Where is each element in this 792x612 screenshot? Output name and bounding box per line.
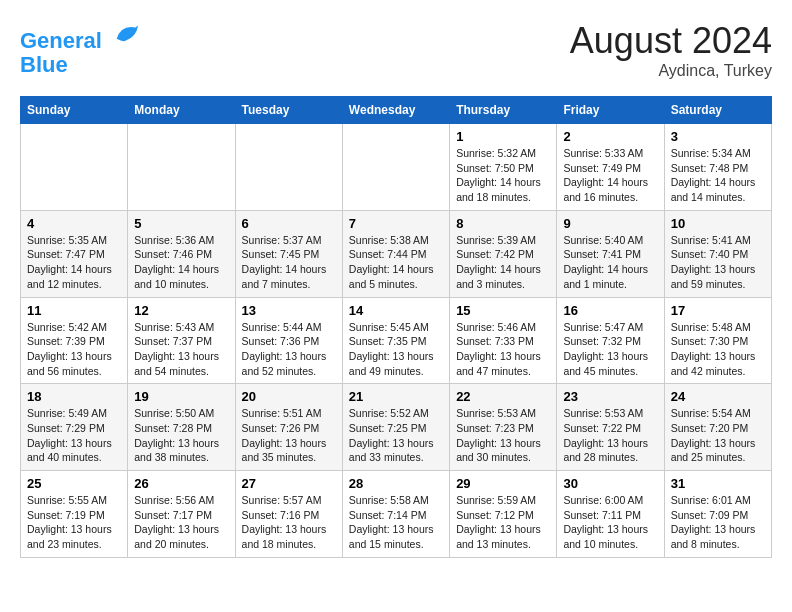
day-info: Sunrise: 5:34 AMSunset: 7:48 PMDaylight:… bbox=[671, 146, 765, 205]
day-number: 16 bbox=[563, 303, 657, 318]
sub-title: Aydinca, Turkey bbox=[570, 62, 772, 80]
calendar-cell: 12Sunrise: 5:43 AMSunset: 7:37 PMDayligh… bbox=[128, 297, 235, 384]
day-info: Sunrise: 5:42 AMSunset: 7:39 PMDaylight:… bbox=[27, 320, 121, 379]
day-info: Sunrise: 5:35 AMSunset: 7:47 PMDaylight:… bbox=[27, 233, 121, 292]
day-number: 17 bbox=[671, 303, 765, 318]
calendar-title-block: August 2024 Aydinca, Turkey bbox=[570, 20, 772, 80]
page-header: General Blue August 2024 Aydinca, Turkey bbox=[20, 20, 772, 80]
day-number: 7 bbox=[349, 216, 443, 231]
day-number: 11 bbox=[27, 303, 121, 318]
calendar-cell bbox=[342, 124, 449, 211]
day-number: 19 bbox=[134, 389, 228, 404]
day-info: Sunrise: 5:43 AMSunset: 7:37 PMDaylight:… bbox=[134, 320, 228, 379]
calendar-cell: 29Sunrise: 5:59 AMSunset: 7:12 PMDayligh… bbox=[450, 471, 557, 558]
day-info: Sunrise: 5:39 AMSunset: 7:42 PMDaylight:… bbox=[456, 233, 550, 292]
day-info: Sunrise: 5:37 AMSunset: 7:45 PMDaylight:… bbox=[242, 233, 336, 292]
day-info: Sunrise: 5:45 AMSunset: 7:35 PMDaylight:… bbox=[349, 320, 443, 379]
calendar-cell: 6Sunrise: 5:37 AMSunset: 7:45 PMDaylight… bbox=[235, 210, 342, 297]
day-header-monday: Monday bbox=[128, 97, 235, 124]
calendar-table: SundayMondayTuesdayWednesdayThursdayFrid… bbox=[20, 96, 772, 558]
day-number: 31 bbox=[671, 476, 765, 491]
calendar-cell: 13Sunrise: 5:44 AMSunset: 7:36 PMDayligh… bbox=[235, 297, 342, 384]
day-number: 3 bbox=[671, 129, 765, 144]
day-info: Sunrise: 5:56 AMSunset: 7:17 PMDaylight:… bbox=[134, 493, 228, 552]
day-info: Sunrise: 5:49 AMSunset: 7:29 PMDaylight:… bbox=[27, 406, 121, 465]
day-number: 29 bbox=[456, 476, 550, 491]
main-title: August 2024 bbox=[570, 20, 772, 62]
logo-blue: Blue bbox=[20, 52, 68, 77]
calendar-header: SundayMondayTuesdayWednesdayThursdayFrid… bbox=[21, 97, 772, 124]
calendar-cell: 23Sunrise: 5:53 AMSunset: 7:22 PMDayligh… bbox=[557, 384, 664, 471]
day-info: Sunrise: 5:33 AMSunset: 7:49 PMDaylight:… bbox=[563, 146, 657, 205]
day-number: 15 bbox=[456, 303, 550, 318]
day-header-saturday: Saturday bbox=[664, 97, 771, 124]
day-number: 26 bbox=[134, 476, 228, 491]
day-number: 14 bbox=[349, 303, 443, 318]
day-info: Sunrise: 5:50 AMSunset: 7:28 PMDaylight:… bbox=[134, 406, 228, 465]
day-info: Sunrise: 5:41 AMSunset: 7:40 PMDaylight:… bbox=[671, 233, 765, 292]
logo-general: General bbox=[20, 28, 102, 53]
day-number: 5 bbox=[134, 216, 228, 231]
calendar-week-row: 4Sunrise: 5:35 AMSunset: 7:47 PMDaylight… bbox=[21, 210, 772, 297]
calendar-cell: 5Sunrise: 5:36 AMSunset: 7:46 PMDaylight… bbox=[128, 210, 235, 297]
day-info: Sunrise: 5:52 AMSunset: 7:25 PMDaylight:… bbox=[349, 406, 443, 465]
day-info: Sunrise: 5:53 AMSunset: 7:22 PMDaylight:… bbox=[563, 406, 657, 465]
day-header-sunday: Sunday bbox=[21, 97, 128, 124]
day-header-wednesday: Wednesday bbox=[342, 97, 449, 124]
day-number: 12 bbox=[134, 303, 228, 318]
day-number: 23 bbox=[563, 389, 657, 404]
calendar-cell: 3Sunrise: 5:34 AMSunset: 7:48 PMDaylight… bbox=[664, 124, 771, 211]
day-number: 25 bbox=[27, 476, 121, 491]
calendar-cell: 22Sunrise: 5:53 AMSunset: 7:23 PMDayligh… bbox=[450, 384, 557, 471]
calendar-cell: 21Sunrise: 5:52 AMSunset: 7:25 PMDayligh… bbox=[342, 384, 449, 471]
day-info: Sunrise: 5:59 AMSunset: 7:12 PMDaylight:… bbox=[456, 493, 550, 552]
day-number: 21 bbox=[349, 389, 443, 404]
calendar-cell: 30Sunrise: 6:00 AMSunset: 7:11 PMDayligh… bbox=[557, 471, 664, 558]
calendar-cell: 7Sunrise: 5:38 AMSunset: 7:44 PMDaylight… bbox=[342, 210, 449, 297]
calendar-cell: 26Sunrise: 5:56 AMSunset: 7:17 PMDayligh… bbox=[128, 471, 235, 558]
day-header-friday: Friday bbox=[557, 97, 664, 124]
calendar-week-row: 25Sunrise: 5:55 AMSunset: 7:19 PMDayligh… bbox=[21, 471, 772, 558]
calendar-cell: 8Sunrise: 5:39 AMSunset: 7:42 PMDaylight… bbox=[450, 210, 557, 297]
day-header-tuesday: Tuesday bbox=[235, 97, 342, 124]
calendar-cell bbox=[21, 124, 128, 211]
calendar-cell: 15Sunrise: 5:46 AMSunset: 7:33 PMDayligh… bbox=[450, 297, 557, 384]
calendar-cell: 14Sunrise: 5:45 AMSunset: 7:35 PMDayligh… bbox=[342, 297, 449, 384]
day-number: 1 bbox=[456, 129, 550, 144]
calendar-cell: 20Sunrise: 5:51 AMSunset: 7:26 PMDayligh… bbox=[235, 384, 342, 471]
day-header-thursday: Thursday bbox=[450, 97, 557, 124]
calendar-cell: 9Sunrise: 5:40 AMSunset: 7:41 PMDaylight… bbox=[557, 210, 664, 297]
calendar-cell: 17Sunrise: 5:48 AMSunset: 7:30 PMDayligh… bbox=[664, 297, 771, 384]
calendar-cell: 1Sunrise: 5:32 AMSunset: 7:50 PMDaylight… bbox=[450, 124, 557, 211]
day-info: Sunrise: 5:36 AMSunset: 7:46 PMDaylight:… bbox=[134, 233, 228, 292]
logo: General Blue bbox=[20, 20, 140, 77]
day-number: 13 bbox=[242, 303, 336, 318]
day-info: Sunrise: 5:58 AMSunset: 7:14 PMDaylight:… bbox=[349, 493, 443, 552]
day-number: 2 bbox=[563, 129, 657, 144]
day-info: Sunrise: 5:54 AMSunset: 7:20 PMDaylight:… bbox=[671, 406, 765, 465]
day-number: 9 bbox=[563, 216, 657, 231]
day-info: Sunrise: 5:44 AMSunset: 7:36 PMDaylight:… bbox=[242, 320, 336, 379]
calendar-cell: 19Sunrise: 5:50 AMSunset: 7:28 PMDayligh… bbox=[128, 384, 235, 471]
day-info: Sunrise: 5:47 AMSunset: 7:32 PMDaylight:… bbox=[563, 320, 657, 379]
day-info: Sunrise: 6:00 AMSunset: 7:11 PMDaylight:… bbox=[563, 493, 657, 552]
calendar-cell: 25Sunrise: 5:55 AMSunset: 7:19 PMDayligh… bbox=[21, 471, 128, 558]
calendar-cell: 31Sunrise: 6:01 AMSunset: 7:09 PMDayligh… bbox=[664, 471, 771, 558]
day-info: Sunrise: 5:51 AMSunset: 7:26 PMDaylight:… bbox=[242, 406, 336, 465]
day-info: Sunrise: 5:40 AMSunset: 7:41 PMDaylight:… bbox=[563, 233, 657, 292]
day-info: Sunrise: 6:01 AMSunset: 7:09 PMDaylight:… bbox=[671, 493, 765, 552]
days-of-week-row: SundayMondayTuesdayWednesdayThursdayFrid… bbox=[21, 97, 772, 124]
calendar-cell: 16Sunrise: 5:47 AMSunset: 7:32 PMDayligh… bbox=[557, 297, 664, 384]
day-number: 4 bbox=[27, 216, 121, 231]
day-info: Sunrise: 5:46 AMSunset: 7:33 PMDaylight:… bbox=[456, 320, 550, 379]
day-number: 30 bbox=[563, 476, 657, 491]
calendar-week-row: 18Sunrise: 5:49 AMSunset: 7:29 PMDayligh… bbox=[21, 384, 772, 471]
logo-bird-icon bbox=[112, 20, 140, 48]
day-number: 22 bbox=[456, 389, 550, 404]
day-number: 28 bbox=[349, 476, 443, 491]
day-number: 6 bbox=[242, 216, 336, 231]
calendar-cell: 27Sunrise: 5:57 AMSunset: 7:16 PMDayligh… bbox=[235, 471, 342, 558]
day-info: Sunrise: 5:53 AMSunset: 7:23 PMDaylight:… bbox=[456, 406, 550, 465]
day-number: 18 bbox=[27, 389, 121, 404]
calendar-cell: 2Sunrise: 5:33 AMSunset: 7:49 PMDaylight… bbox=[557, 124, 664, 211]
